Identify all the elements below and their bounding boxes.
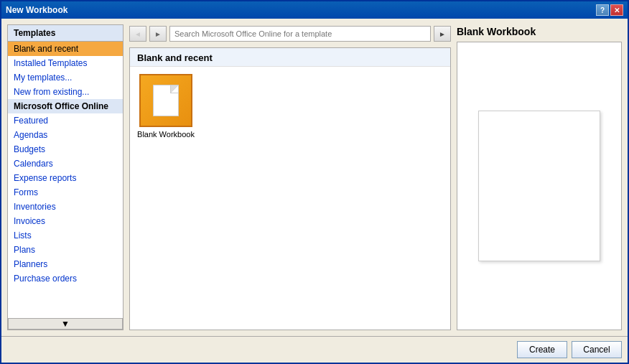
sidebar-item-inventories[interactable]: Inventories	[8, 200, 123, 214]
preview-box	[457, 42, 622, 330]
document-icon	[153, 85, 179, 116]
bottom-bar: Create Cancel	[1, 336, 628, 363]
search-input[interactable]	[169, 26, 431, 42]
sidebar-item-agendas[interactable]: Agendas	[8, 128, 123, 142]
new-workbook-dialog: New Workbook ? ✕ Templates Blank and rec…	[0, 0, 629, 364]
dialog-title: New Workbook	[6, 5, 67, 15]
preview-title: Blank Workbook	[457, 24, 622, 37]
sidebar-item-plans[interactable]: Plans	[8, 243, 123, 257]
content-panel-header: Blank and recent	[130, 48, 450, 67]
main-area: ◄ ► ► Blank and recent Blank Workbook	[129, 24, 451, 330]
title-bar: New Workbook ? ✕	[1, 1, 628, 19]
sidebar-item-calendars[interactable]: Calendars	[8, 157, 123, 171]
dialog-body: Templates Blank and recentInstalled Temp…	[1, 19, 628, 336]
content-panel: Blank and recent Blank Workbook	[129, 47, 451, 330]
preview-inner	[478, 111, 600, 261]
cancel-button[interactable]: Cancel	[572, 341, 622, 358]
nav-back-button[interactable]: ◄	[129, 26, 146, 42]
nav-forward-button[interactable]: ►	[149, 26, 167, 42]
sidebar-item-expense-reports[interactable]: Expense reports	[8, 171, 123, 185]
sidebar-item-planners[interactable]: Planners	[8, 257, 123, 271]
sidebar-item-blank-and-recent[interactable]: Blank and recent	[8, 42, 123, 56]
sidebar-item-forms[interactable]: Forms	[8, 185, 123, 200]
sidebar-item-featured[interactable]: Featured	[8, 113, 123, 128]
title-bar-buttons: ? ✕	[596, 4, 623, 16]
sidebar-item-installed-templates[interactable]: Installed Templates	[8, 56, 123, 70]
sidebar-item-invoices[interactable]: Invoices	[8, 214, 123, 228]
sidebar-item-lists[interactable]: Lists	[8, 228, 123, 243]
sidebar-header: Templates	[8, 25, 123, 42]
search-go-button[interactable]: ►	[434, 26, 451, 42]
help-button[interactable]: ?	[596, 4, 609, 16]
preview-area: Blank Workbook	[457, 24, 622, 330]
content-panel-body: Blank Workbook	[130, 67, 450, 330]
sidebar-item-budgets[interactable]: Budgets	[8, 142, 123, 157]
window-close-button[interactable]: ✕	[610, 4, 623, 16]
sidebar-item-purchase-orders[interactable]: Purchase orders	[8, 271, 123, 286]
template-item-blank-workbook[interactable]: Blank Workbook	[137, 74, 195, 139]
search-bar: ◄ ► ►	[129, 24, 451, 43]
template-icon-blank-workbook	[139, 74, 192, 127]
template-label-blank-workbook: Blank Workbook	[137, 130, 195, 139]
sidebar-scroll-area[interactable]: Blank and recentInstalled TemplatesMy te…	[8, 42, 123, 318]
sidebar-scroll-down-button[interactable]: ▼	[8, 318, 123, 330]
create-button[interactable]: Create	[517, 341, 567, 358]
sidebar-item-microsoft-office-online: Microsoft Office Online	[8, 99, 123, 113]
sidebar-item-my-templates[interactable]: My templates...	[8, 70, 123, 85]
sidebar-item-new-from-existing[interactable]: New from existing...	[8, 85, 123, 99]
sidebar: Templates Blank and recentInstalled Temp…	[7, 24, 124, 330]
